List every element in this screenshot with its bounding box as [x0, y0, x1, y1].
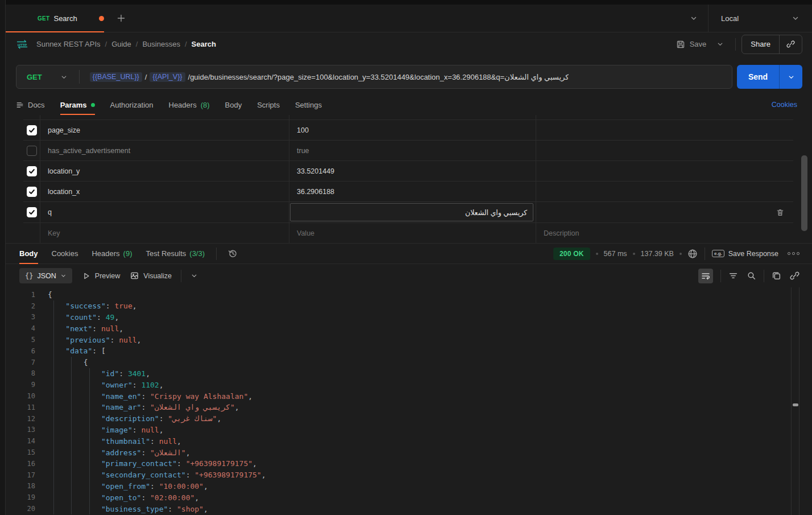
tab-docs[interactable]: Docs	[16, 94, 45, 115]
network-info-button[interactable]	[687, 249, 698, 259]
more-views-dropdown[interactable]	[190, 272, 198, 279]
code-line: 16 "primary_contact": "+963989179175",	[6, 458, 812, 469]
visualize-button[interactable]: Visualize	[130, 271, 172, 280]
param-row-page_size: page_size100	[23, 120, 793, 141]
filter-icon[interactable]	[728, 271, 738, 281]
indent-guide	[89, 368, 90, 514]
send-options-button[interactable]	[780, 65, 802, 89]
word-wrap-toggle[interactable]	[698, 269, 713, 283]
response-tab-test-results[interactable]: Test Results (3/3)	[146, 244, 205, 263]
line-number: 18	[6, 482, 35, 490]
tab-authorization[interactable]: Authorization	[110, 94, 154, 115]
tab-settings[interactable]: Settings	[295, 94, 322, 115]
tab-body[interactable]: Body	[225, 94, 242, 115]
tab-params[interactable]: Params	[60, 94, 95, 115]
chevron-down-icon	[690, 14, 698, 22]
environment-selector[interactable]: Local	[708, 5, 812, 32]
response-header: Body Cookies Headers (9) Test Results (3…	[6, 243, 812, 264]
breadcrumb-folder[interactable]: Guide	[111, 40, 131, 48]
breadcrumb: Sunnex REST APIs/ Guide/ Businesses/ Sea…	[36, 40, 216, 48]
url-builder: GET {{BASE_URL}} / {{API_V}} /guide/busi…	[16, 65, 732, 89]
preview-button[interactable]: Preview	[82, 272, 120, 280]
response-tab-body[interactable]: Body	[19, 244, 38, 263]
response-tab-headers[interactable]: Headers (9)	[92, 244, 132, 263]
response-format-selector[interactable]: {} JSON	[19, 268, 72, 283]
url-input[interactable]: {{BASE_URL}} / {{API_V}} /guide/business…	[90, 72, 569, 82]
cookies-link[interactable]: Cookies	[772, 101, 797, 109]
save-button[interactable]: Save	[672, 36, 711, 52]
param-value-input[interactable]: كريسبي واي الشعلان	[290, 203, 533, 221]
key-placeholder-cell[interactable]: Key	[40, 223, 289, 243]
unsaved-dot-icon	[99, 16, 104, 21]
line-number: 12	[6, 415, 35, 423]
tab-headers[interactable]: Headers (8)	[169, 94, 210, 115]
status-badge[interactable]: 200 OK	[553, 248, 590, 260]
link-icon[interactable]	[790, 271, 799, 281]
share-button[interactable]: Share	[742, 35, 779, 53]
response-more-options-button[interactable]	[788, 252, 799, 255]
param-description-cell[interactable]	[536, 161, 793, 181]
param-key-cell[interactable]: q	[40, 202, 289, 223]
save-dropdown-button[interactable]	[711, 37, 730, 51]
param-value-cell[interactable]: 100	[289, 120, 536, 140]
copy-icon[interactable]	[772, 271, 781, 281]
copy-link-button[interactable]	[780, 35, 802, 53]
tab-list-dropdown[interactable]	[690, 14, 698, 22]
code-line: 6 "data": [	[6, 345, 812, 357]
param-description-cell[interactable]	[536, 182, 793, 201]
param-description-cell[interactable]	[536, 202, 793, 223]
code-line: 1{	[6, 289, 812, 300]
base-url-variable[interactable]: {{BASE_URL}}	[90, 72, 142, 82]
param-key-cell[interactable]: location_x	[40, 182, 289, 201]
param-value-cell[interactable]: 36.2906188	[289, 182, 536, 201]
param-description-cell[interactable]	[536, 120, 793, 140]
param-enabled-checkbox[interactable]	[27, 166, 37, 176]
param-value-cell[interactable]: 33.5201449	[289, 161, 536, 181]
indent-guide	[53, 300, 54, 514]
param-enabled-checkbox[interactable]	[27, 125, 37, 135]
method-selector[interactable]: GET	[16, 73, 79, 81]
tab-title: Search	[53, 14, 77, 23]
response-history-button[interactable]	[228, 249, 238, 258]
breadcrumb-collection[interactable]: Sunnex REST APIs	[36, 40, 101, 48]
open-request-tab[interactable]: GET Search	[6, 5, 104, 32]
url-separator: /	[145, 73, 147, 81]
send-button[interactable]: Send	[737, 65, 779, 89]
method-label: GET	[27, 73, 42, 81]
param-enabled-checkbox[interactable]	[27, 146, 37, 156]
param-placeholder-row: Key Value Description	[23, 223, 793, 244]
new-tab-button[interactable]	[117, 14, 126, 23]
params-scrollbar-thumb[interactable]	[801, 155, 807, 231]
param-key-cell[interactable]: has_active_advertisement	[40, 141, 289, 160]
param-key-cell[interactable]: page_size	[40, 120, 289, 140]
breadcrumb-current: Search	[192, 40, 216, 48]
tab-scripts[interactable]: Scripts	[257, 94, 280, 115]
response-tab-cookies[interactable]: Cookies	[52, 244, 78, 263]
play-icon	[82, 272, 90, 280]
save-response-button[interactable]: Save Response	[728, 250, 778, 258]
code-line: 20 "business_type": "shop",	[6, 503, 812, 514]
save-label: Save	[690, 40, 707, 48]
editor-scrollbar-track[interactable]	[791, 287, 799, 515]
param-enabled-checkbox[interactable]	[27, 187, 37, 197]
response-size[interactable]: 137.39 KB	[641, 250, 674, 258]
param-key-cell[interactable]: location_y	[40, 161, 289, 181]
value-placeholder-cell[interactable]: Value	[289, 223, 536, 243]
param-description-cell[interactable]	[536, 141, 793, 160]
response-time[interactable]: 567 ms	[604, 250, 627, 258]
breadcrumb-folder[interactable]: Businesses	[142, 40, 180, 48]
description-placeholder-cell[interactable]: Description	[536, 223, 793, 243]
api-version-variable[interactable]: {{API_V}}	[150, 72, 185, 82]
param-value-cell[interactable]: true	[289, 141, 536, 160]
code-line: 3 "count": 49,	[6, 312, 812, 323]
response-body-editor[interactable]: 1{2 "success": true,3 "count": 49,4 "nex…	[6, 287, 812, 515]
search-icon[interactable]	[747, 271, 756, 281]
chevron-down-icon	[788, 73, 795, 81]
dot-separator	[633, 253, 635, 255]
params-table-top-partial-row	[23, 115, 793, 120]
line-number: 19	[6, 493, 35, 501]
more-options-icon	[788, 252, 790, 255]
editor-scrollbar-thumb[interactable]	[793, 403, 798, 406]
delete-param-icon[interactable]	[776, 208, 784, 217]
param-enabled-checkbox[interactable]	[27, 207, 37, 217]
